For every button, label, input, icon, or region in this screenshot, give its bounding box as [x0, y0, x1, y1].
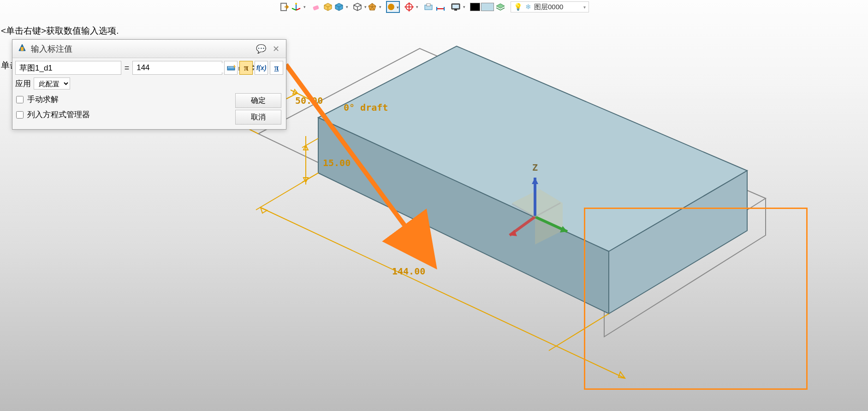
- draft-label: 0° draft: [344, 102, 388, 113]
- cancel-button[interactable]: 取消: [235, 110, 281, 125]
- chevron-down-icon: ▾: [583, 5, 586, 10]
- dimension-value-input[interactable]: [133, 63, 238, 72]
- layer-selector[interactable]: 💡 ❄ 图层0000 ▾: [511, 1, 589, 12]
- cube-blue-icon[interactable]: [334, 1, 348, 12]
- top-toolbar: 💡 ❄ 图层0000 ▾: [0, 0, 868, 14]
- coord-system-icon[interactable]: [291, 1, 306, 12]
- svg-rect-15: [21, 47, 24, 51]
- svg-rect-16: [227, 66, 235, 70]
- dimension-icon[interactable]: [435, 1, 446, 12]
- wireframe-cube-icon[interactable]: [353, 1, 367, 12]
- circle-boxed-icon[interactable]: [386, 1, 400, 13]
- svg-rect-6: [427, 4, 430, 6]
- equals-label: =: [123, 63, 131, 73]
- monitor-icon[interactable]: [451, 1, 465, 12]
- pi-underline-icon[interactable]: π: [270, 61, 283, 75]
- svg-point-3: [388, 4, 394, 10]
- close-icon[interactable]: ✕: [270, 44, 281, 54]
- svg-rect-2: [313, 5, 319, 11]
- dim-144-label[interactable]: 144.00: [392, 266, 425, 277]
- dimension-input-dialog: 输入标注值 💬 ✕ = mm ▲▼ π f(x) π: [12, 39, 286, 130]
- dimension-name-input[interactable]: [15, 61, 121, 75]
- snowflake-icon: ❄: [525, 3, 531, 11]
- layers-icon[interactable]: [495, 1, 506, 12]
- dim-15-label[interactable]: 15.00: [323, 157, 351, 168]
- target-icon[interactable]: [404, 1, 418, 12]
- chat-icon[interactable]: 💬: [256, 44, 267, 54]
- dialog-icon: [17, 42, 27, 55]
- color-swatch-black[interactable]: [470, 3, 480, 11]
- dialog-titlebar[interactable]: 输入标注值 💬 ✕: [12, 40, 286, 58]
- eraser-icon[interactable]: [310, 1, 321, 12]
- svg-point-1: [295, 3, 297, 5]
- axis-z-label: Z: [532, 162, 538, 173]
- fx-icon[interactable]: f(x): [255, 61, 268, 75]
- color-swatch-blue[interactable]: [481, 3, 494, 11]
- apply-label: 应用: [15, 78, 31, 89]
- plane-blue-icon[interactable]: [423, 1, 434, 12]
- polyhedron-icon[interactable]: [368, 1, 381, 12]
- equation-mgr-checkbox[interactable]: 列入方程式管理器: [16, 109, 232, 120]
- svg-rect-8: [452, 5, 459, 8]
- measure-icon[interactable]: [224, 61, 238, 75]
- ok-button[interactable]: 确定: [235, 93, 281, 108]
- svg-rect-9: [454, 9, 457, 11]
- layer-label: 图层0000: [534, 3, 563, 12]
- pi-icon[interactable]: π: [239, 61, 253, 75]
- dimension-value-box: mm ▲▼: [132, 61, 222, 75]
- apply-config-select[interactable]: 此配置: [34, 77, 70, 89]
- exit-icon[interactable]: [279, 1, 290, 12]
- cube-yellow-icon[interactable]: [322, 1, 333, 12]
- bulb-icon: 💡: [514, 3, 523, 11]
- manual-solve-checkbox[interactable]: 手动求解: [16, 94, 232, 105]
- dialog-title-text: 输入标注值: [31, 43, 72, 54]
